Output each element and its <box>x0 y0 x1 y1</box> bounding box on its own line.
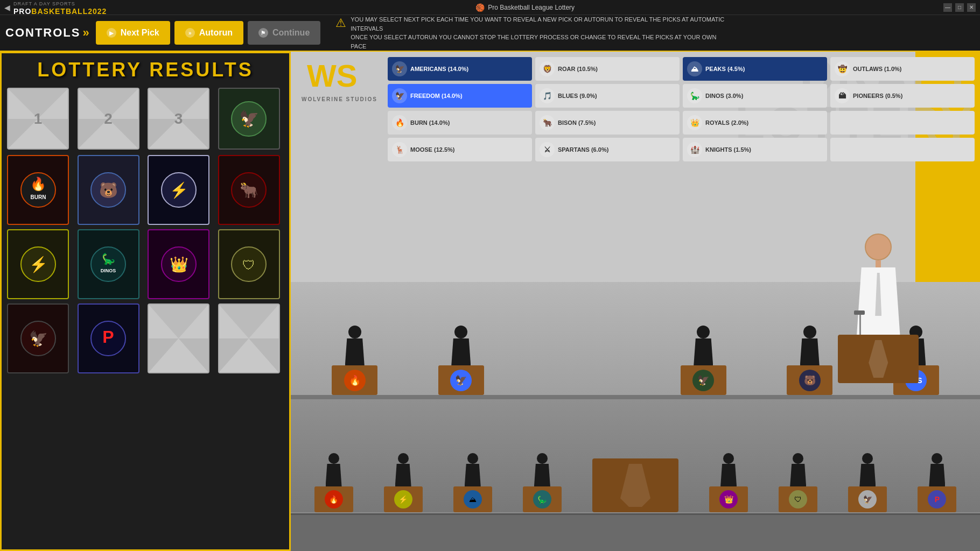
envelope-right-3 <box>179 119 209 149</box>
envelope-left-6 <box>219 338 249 372</box>
sil-podium-b3: ⛰ <box>453 486 492 512</box>
podium-b-center <box>592 458 678 512</box>
podium-b8: P <box>918 453 956 512</box>
podium-player-silhouette <box>862 340 894 378</box>
sil-body-b5 <box>720 464 737 486</box>
team-odds-roar: 🦁 ROAR (10.5%) <box>535 57 680 81</box>
podium-1-logo: 🔥 <box>344 370 366 391</box>
team-bison: 🐂 <box>218 155 280 225</box>
svg-text:⚡: ⚡ <box>169 181 188 199</box>
dinos-logo-small: 🦕 <box>687 88 702 103</box>
pioneers-logo: P <box>89 320 127 357</box>
sil-podium-b6: 🛡 <box>779 486 817 512</box>
svg-text:🦅: 🦅 <box>29 330 47 348</box>
sil-head-1 <box>348 326 361 338</box>
outlaws-logo: 🛡 <box>230 245 268 283</box>
teams-odds-grid: 🦅 AMERICANS (14.0%) 🦁 ROAR (10.5%) ⛰ PEA… <box>388 57 975 161</box>
stage-divider <box>291 395 980 399</box>
mic-stand <box>859 313 861 335</box>
team-odds-knights: 🏰 KNIGHTS (1.5%) <box>683 138 827 161</box>
sil-head-2 <box>454 326 467 338</box>
presenter-podium <box>838 335 919 383</box>
continue-button[interactable]: ⚑ Continue <box>248 21 320 45</box>
stage-floor <box>291 513 980 551</box>
title-bar-center: 🏀 Pro Basketball League Lottery <box>475 3 575 12</box>
podium-b2: ⚡ <box>384 453 423 512</box>
envelope-1: 1 <box>8 89 68 149</box>
outlaws-name: OUTLAWS (1.0%) <box>853 66 970 72</box>
podium-4-logo: 🐻 <box>799 370 821 391</box>
podium-b5: 👑 <box>709 453 748 512</box>
team-odds-freedom: 🦅 FREEDOM (14.0%) <box>388 84 532 108</box>
podium-2: 🦅 <box>438 326 484 395</box>
picks-grid: 1 2 3 <box>7 88 284 150</box>
title-bar-left: ◀ DRAFT A DAY SPORTS PROBASKETBALL2022 <box>4 0 107 16</box>
pick-slot-3: 3 <box>148 88 209 150</box>
continue-label: Continue <box>272 28 310 38</box>
team-odds-burn: 🔥 BURN (14.0%) <box>388 111 532 135</box>
envelope-right-1 <box>38 119 68 149</box>
sil-head-b5 <box>723 453 734 464</box>
pioneers-logo-small: 🏔 <box>835 88 850 103</box>
sil-podium-4: 🐻 <box>787 365 832 395</box>
svg-text:BURN: BURN <box>30 194 46 200</box>
svg-text:WS: WS <box>307 58 357 93</box>
team-odds-pioneers: 🏔 PIONEERS (0.5%) <box>830 84 975 108</box>
sil-podium-2: 🦅 <box>438 365 484 395</box>
team-odds-blues: 🎵 BLUES (9.0%) <box>535 84 680 108</box>
controls-label: CONTROLS » <box>5 26 90 40</box>
americans-name: AMERICANS (14.0%) <box>410 66 528 72</box>
eagles-logo: 🦅 <box>19 320 57 357</box>
minimize-button[interactable]: — <box>943 3 952 12</box>
team-bears: 🐻 <box>78 155 139 225</box>
royals-logo: 👑 <box>160 245 198 283</box>
envelope-3: 3 <box>149 89 208 149</box>
presenter <box>841 234 916 422</box>
title-bar-right: — □ ✕ <box>943 3 976 12</box>
team-odds-dinos: 🦕 DINOS (3.0%) <box>683 84 827 108</box>
svg-text:DINOS: DINOS <box>101 268 116 273</box>
info-box: ⚠ YOU MAY SELECT NEXT PICK EACH TIME YOU… <box>335 15 975 51</box>
blues-name: BLUES (9.0%) <box>558 93 675 99</box>
podium-b7-logo: 🦅 <box>858 490 877 508</box>
podium-4: 🐻 <box>787 326 832 395</box>
dinos-logo: 🦕 DINOS <box>89 245 127 283</box>
svg-text:🔥: 🔥 <box>30 176 46 192</box>
controls-arrow-icon: » <box>82 26 90 40</box>
podium-b3: ⛰ <box>453 453 492 512</box>
maximize-button[interactable]: □ <box>955 3 964 12</box>
sil-head-b4 <box>537 453 548 464</box>
burn-logo-small: 🔥 <box>392 115 407 130</box>
next-pick-button[interactable]: ▶ Next Pick <box>96 21 170 45</box>
pick-slot-4: 🦅 <box>218 88 280 150</box>
bison-logo: 🐂 <box>230 171 268 209</box>
dinos-odds-name: DINOS (3.0%) <box>705 93 823 99</box>
team-odds-peaks: ⛰ PEAKS (4.5%) <box>683 57 827 81</box>
pick-number-1: 1 <box>34 110 43 128</box>
stage-area: DRAFT LOTTERY 🔥 🦅 <box>291 282 980 551</box>
sil-head-b6 <box>793 453 803 464</box>
pick-number-2: 2 <box>104 110 113 128</box>
roar-logo-small: 🦁 <box>540 61 555 76</box>
autorun-button[interactable]: » Autorun <box>174 21 243 45</box>
teams-row-2: ⚡ 🦕 DINOS 👑 🛡 <box>7 229 284 299</box>
bears-logo: 🐻 <box>89 171 127 209</box>
team-odds-outlaws: 🤠 OUTLAWS (1.0%) <box>830 57 975 81</box>
sil-body-1 <box>345 338 365 365</box>
podium-1: 🔥 <box>332 326 377 395</box>
sil-podium-b7: 🦅 <box>848 486 887 512</box>
peaks-logo-small: ⛰ <box>687 61 702 76</box>
podium-b1: 🔥 <box>314 453 353 512</box>
main-area: LOTTERY RESULTS 1 2 <box>0 52 980 551</box>
podium-2-logo: 🦅 <box>450 370 472 391</box>
roar-name: ROAR (10.5%) <box>558 66 675 72</box>
team-lightning: ⚡ <box>148 155 209 225</box>
blues-logo-small: 🎵 <box>540 88 555 103</box>
back-icon[interactable]: ◀ <box>4 3 10 12</box>
sil-head-3 <box>697 326 710 338</box>
sil-body-b4 <box>534 464 550 486</box>
close-button[interactable]: ✕ <box>967 3 976 12</box>
lottery-results-title: LOTTERY RESULTS <box>7 59 284 81</box>
app-logo: DRAFT A DAY SPORTS PROBASKETBALL2022 <box>13 0 107 16</box>
envelope-flap-5 <box>149 305 208 338</box>
